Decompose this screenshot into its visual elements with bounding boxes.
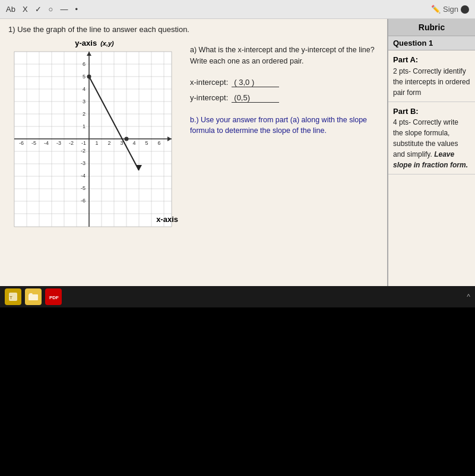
x-intercept-label: x-intercept: [190,78,228,87]
y-axis-label: y-axis [75,39,97,47]
question-number: 1) [8,25,15,34]
graph-svg: -6 -5 -4 -3 -2 -1 1 2 3 4 5 6 6 5 4 3 [8,49,178,233]
rubric-part-a-text: 2 pts- Correctly identify the intercepts… [393,66,470,98]
toolbar-dash[interactable]: — [60,5,68,14]
rubric-panel: Rubric Question 1 Part A: 2 pts- Correct… [387,19,475,286]
toolbar-sign-icon: ✏️ [431,5,441,14]
y-intercept-label: y-intercept: [190,93,228,102]
toolbar-sign-label[interactable]: Sign [443,5,458,14]
rubric-part-a-title: Part A: [393,54,470,66]
svg-text:5: 5 [83,74,86,80]
svg-text:6: 6 [157,140,160,146]
rubric-title: Rubric [388,19,475,36]
rubric-part-b-title: Part B: [393,106,470,118]
taskbar: T PDF ^ [0,286,475,307]
toolbar-ab[interactable]: Ab [6,5,15,14]
svg-text:-5: -5 [81,185,86,191]
svg-text:6: 6 [83,61,86,67]
svg-text:5: 5 [145,140,148,146]
toolbar-bullet[interactable]: • [75,5,78,14]
svg-point-54 [125,137,129,141]
svg-text:4: 4 [132,140,135,146]
x-intercept-row: x-intercept: ( 3,0 ) [190,78,379,87]
taskbar-terms-icon[interactable]: T [5,288,21,305]
graph-container: y-axis (x,y) [8,39,180,224]
taskbar-pdf-icon[interactable]: PDF [45,288,62,305]
part-a-question: a) What is the x-intercept and the y-int… [190,45,379,67]
svg-text:-6: -6 [81,198,86,204]
rubric-part-b-italic: Leave slope in fraction form. [393,150,468,169]
svg-text:1: 1 [95,140,98,146]
taskbar-folder-icon[interactable] [25,288,42,305]
toolbar-circle[interactable]: ○ [49,5,53,14]
svg-text:-3: -3 [81,160,86,166]
question-text: Use the graph of the line to answer each… [17,25,189,34]
questions-panel: a) What is the x-intercept and the y-int… [190,39,379,224]
toolbar: Ab X ✓ ○ — • ✏️ Sign [0,0,475,19]
svg-text:-5: -5 [31,140,36,146]
rubric-part-b: Part B: 4 pts- Correctly write the slope… [388,102,475,175]
svg-text:PDF: PDF [49,295,59,300]
toolbar-x[interactable]: X [23,5,28,14]
svg-text:-1: -1 [81,140,86,146]
black-area [0,307,475,476]
svg-text:-4: -4 [44,140,49,146]
rubric-part-b-text: 4 pts- Correctly write the slope formula… [393,117,470,170]
svg-text:3: 3 [83,99,86,104]
rubric-part-a: Part A: 2 pts- Correctly identify the in… [388,50,475,102]
y-intercept-value: (0,5) [232,93,279,103]
toolbar-user-dot[interactable] [461,5,469,14]
svg-text:-6: -6 [19,140,24,146]
x-intercept-value: ( 3,0 ) [232,78,279,87]
svg-text:1: 1 [83,123,86,129]
toolbar-sign-area: ✏️ Sign [431,5,469,14]
svg-text:-4: -4 [81,173,86,179]
toolbar-check[interactable]: ✓ [35,5,42,14]
svg-text:2: 2 [107,140,110,146]
svg-text:2: 2 [83,111,86,117]
graph-and-questions: y-axis (x,y) [8,39,379,224]
svg-text:-3: -3 [56,140,61,146]
main-area: 1) Use the graph of the line to answer e… [0,19,475,286]
xy-label: (x,y) [100,40,114,47]
rubric-question-label: Question 1 [388,36,475,50]
question-header: 1) Use the graph of the line to answer e… [8,25,379,34]
y-axis-label-row: y-axis (x,y) [8,39,180,47]
svg-point-53 [87,75,91,79]
svg-text:T: T [10,295,12,300]
y-intercept-row: y-intercept: (0,5) [190,93,379,103]
svg-text:-2: -2 [81,148,86,154]
svg-text:4: 4 [83,86,86,92]
part-b-text: b.) Use your answer from part (a) along … [190,115,379,137]
content-area: 1) Use the graph of the line to answer e… [0,19,387,286]
taskbar-chevron[interactable]: ^ [467,293,470,301]
svg-text:-2: -2 [69,140,74,146]
